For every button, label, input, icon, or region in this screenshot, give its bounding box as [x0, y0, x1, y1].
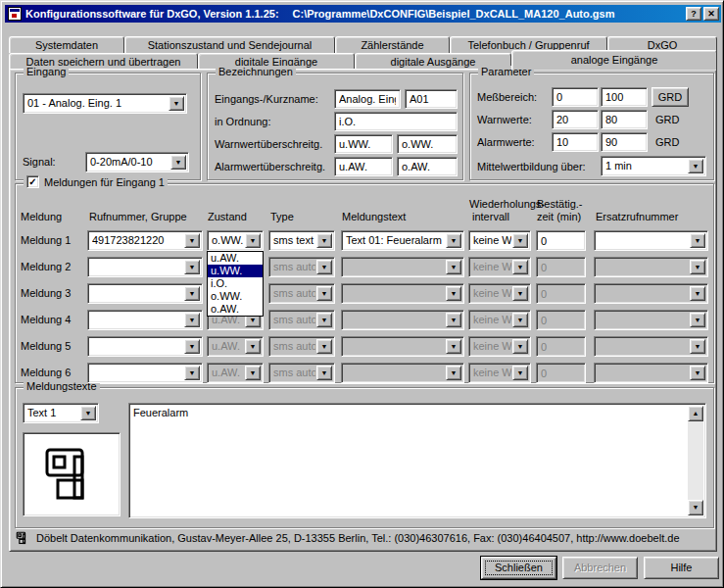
ersatzrufnummer-select: ▼: [594, 257, 708, 277]
wiederholung-select[interactable]: keine W ▼: [468, 230, 531, 251]
chevron-down-icon[interactable]: ▼: [184, 313, 200, 327]
chevron-down-icon: ▼: [316, 366, 332, 380]
alarmwert-oben-input[interactable]: [397, 157, 458, 176]
meldung-row-label: Meldung 4: [21, 314, 71, 325]
zustand-select[interactable]: o.WW. ▼: [207, 230, 264, 251]
signal-select[interactable]: 0-20mA/0-10 ▼: [85, 152, 189, 172]
rufnummer-select[interactable]: ▼: [87, 336, 203, 357]
vertical-scrollbar[interactable]: ▲ ▼: [688, 406, 703, 515]
header-wiederholung-1: Wiederholungs-: [469, 198, 545, 210]
kurzname-code-input[interactable]: [405, 89, 458, 109]
alarmwerte-max-input[interactable]: [601, 132, 648, 152]
wiederholung-select: keine W ▼: [468, 283, 531, 304]
kurzname-label: Eingangs-/Kurzname:: [215, 93, 318, 105]
tab-zaehlerstaende[interactable]: Zählerstände: [335, 36, 450, 53]
ersatzrufnummer-select[interactable]: ▼: [594, 230, 708, 251]
wiederholung-value: keine W: [473, 234, 511, 246]
chevron-down-icon[interactable]: ▼: [184, 233, 200, 248]
chevron-down-icon[interactable]: ▼: [446, 233, 461, 248]
tab-systemdaten[interactable]: Systemdaten: [9, 36, 124, 53]
meldungstext-select[interactable]: Text 01: Feueralarm ▼: [341, 230, 464, 251]
chevron-down-icon[interactable]: ▼: [512, 233, 528, 248]
scroll-down-icon[interactable]: ▼: [688, 500, 703, 515]
warnwert-unten-input[interactable]: [334, 134, 393, 154]
chevron-down-icon: ▼: [316, 339, 332, 354]
rufnummer-select[interactable]: ▼: [87, 310, 203, 330]
chevron-down-icon: ▼: [690, 339, 705, 354]
dropdown-option[interactable]: i.O.: [208, 277, 263, 290]
warnwerte-max-input[interactable]: [601, 110, 648, 129]
textnummer-value: Text 1: [27, 407, 79, 418]
alarmwerte-min-input[interactable]: [552, 132, 599, 152]
zustand-select: u.AW. ▼: [207, 363, 264, 383]
chevron-down-icon: ▼: [512, 339, 528, 354]
messbereich-min-input[interactable]: [552, 87, 599, 107]
help-dialog-button[interactable]: Hilfe: [644, 557, 719, 579]
ordnung-label: in Ordnung:: [215, 116, 270, 127]
header-wiederholung-2: intervall: [472, 211, 509, 222]
warnwerte-min-input[interactable]: [552, 110, 599, 129]
chevron-down-icon[interactable]: ▼: [688, 159, 703, 173]
mittelwert-select[interactable]: 1 min ▼: [601, 156, 706, 176]
meldung-row-3: Meldung 3 ▼ u.AW. ▼ sms auto ▼ ▼ keine W…: [1, 283, 724, 304]
chevron-down-icon[interactable]: ▼: [184, 260, 200, 274]
wiederholung-value: keine W: [473, 367, 511, 378]
zustand-value: o.WW.: [212, 234, 244, 246]
rufnummer-select[interactable]: ▼: [87, 257, 203, 277]
dropdown-option[interactable]: o.WW.: [208, 290, 263, 303]
chevron-down-icon: ▼: [316, 313, 332, 327]
type-select[interactable]: sms text ▼: [268, 230, 335, 251]
eingang-select-value: 01 - Analog. Eing. 1: [27, 97, 168, 109]
warnwert-oben-input[interactable]: [397, 134, 458, 154]
chevron-down-icon[interactable]: ▼: [690, 233, 705, 248]
kurzname-input[interactable]: [334, 89, 401, 109]
chevron-down-icon[interactable]: ▼: [80, 406, 96, 420]
alarmwert-unten-input[interactable]: [334, 157, 393, 176]
chevron-down-icon[interactable]: ▼: [245, 233, 261, 248]
dropdown-option-highlighted[interactable]: u.WW.: [208, 265, 263, 277]
chevron-down-icon[interactable]: ▼: [184, 339, 200, 354]
ersatzrufnummer-select: ▼: [594, 336, 708, 357]
chevron-down-icon: ▼: [446, 366, 461, 380]
chevron-down-icon: ▼: [690, 366, 705, 380]
type-value: sms auto: [273, 340, 315, 352]
window-title-path: C:\Programme\DxCONFIG\Beispiel_DxCALL_MA…: [293, 8, 615, 20]
rufnummer-select[interactable]: ▼: [87, 283, 203, 304]
doebelt-logo: [23, 432, 121, 516]
eingang-select[interactable]: 01 - Analog. Eing. 1 ▼: [23, 93, 187, 114]
app-icon: [8, 7, 22, 21]
chevron-down-icon: ▼: [512, 366, 528, 380]
chevron-down-icon[interactable]: ▼: [170, 155, 186, 170]
rufnummer-select[interactable]: ▼: [87, 363, 203, 383]
rufnummer-select[interactable]: 491723821220 ▼: [87, 230, 203, 251]
alarmwerte-label: Alarmwerte:: [477, 136, 535, 148]
chevron-down-icon[interactable]: ▼: [184, 286, 200, 301]
textnummer-select[interactable]: Text 1 ▼: [23, 403, 99, 423]
dropdown-option[interactable]: o.AW.: [208, 303, 263, 316]
messbereich-max-input[interactable]: [601, 87, 648, 107]
bestaetigung-input[interactable]: [536, 230, 586, 251]
close-button[interactable]: ✕: [703, 7, 719, 21]
messbereich-unit-button[interactable]: GRD: [652, 87, 689, 107]
meldungen-checkbox[interactable]: ✓: [26, 175, 39, 188]
type-value: sms auto: [273, 314, 315, 325]
header-meldung: Meldung: [21, 211, 62, 222]
chevron-down-icon: ▼: [245, 366, 261, 380]
meldungstext-textarea[interactable]: Feueralarm ▲ ▼: [128, 403, 706, 518]
ordnung-input[interactable]: [334, 112, 458, 131]
chevron-down-icon: ▼: [446, 260, 461, 274]
wiederholung-value: keine W: [473, 340, 511, 352]
window-title: Konfigurationssoftware für DxGO, Version…: [25, 8, 279, 20]
header-type: Type: [270, 211, 294, 222]
help-button[interactable]: ?: [686, 7, 701, 21]
wiederholung-select: keine W ▼: [468, 363, 531, 383]
tab-analoge-eingaenge[interactable]: analoge Eingänge: [511, 50, 717, 70]
group-bezeichnungen-legend: Bezeichnungen: [216, 66, 296, 77]
scroll-up-icon[interactable]: ▲: [688, 406, 703, 421]
tab-stationszustand[interactable]: Stationszustand und Sendejournal: [124, 36, 335, 53]
chevron-down-icon[interactable]: ▼: [169, 96, 184, 111]
close-dialog-button[interactable]: Schließen: [481, 557, 556, 579]
dropdown-option[interactable]: u.AW.: [208, 252, 263, 265]
chevron-down-icon[interactable]: ▼: [316, 233, 332, 248]
chevron-down-icon[interactable]: ▼: [184, 366, 200, 380]
